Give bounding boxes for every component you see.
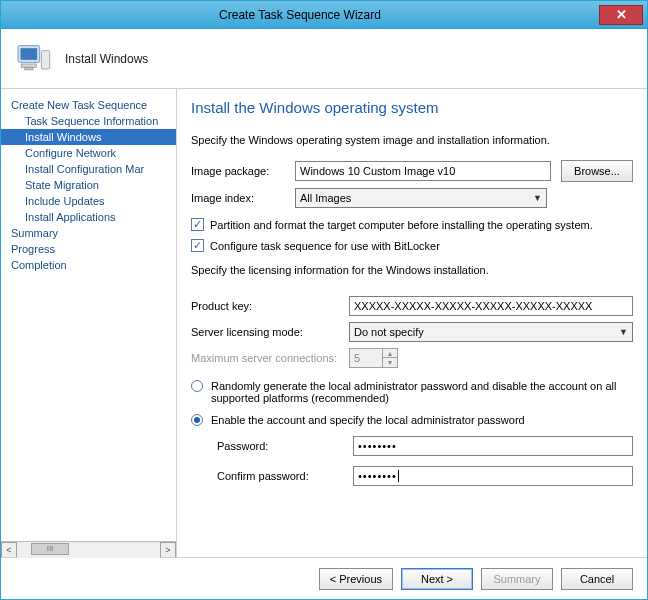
scroll-thumb[interactable]: III bbox=[31, 543, 69, 555]
random-radio[interactable] bbox=[191, 380, 203, 392]
radio-row-random: Randomly generate the local administrato… bbox=[191, 380, 633, 404]
max-conn-spinner: 5 ▲ ▼ bbox=[349, 348, 633, 368]
sidebar-scrollbar[interactable]: < III > bbox=[1, 541, 176, 557]
page-description: Specify the Windows operating system ima… bbox=[191, 134, 633, 146]
scroll-track[interactable]: III bbox=[17, 542, 160, 558]
nav-root[interactable]: Create New Task Sequence bbox=[1, 97, 176, 113]
next-button[interactable]: Next > bbox=[401, 568, 473, 590]
cancel-button[interactable]: Cancel bbox=[561, 568, 633, 590]
scroll-left-button[interactable]: < bbox=[1, 542, 17, 558]
licensing-grid: Product key: XXXXX-XXXXX-XXXXX-XXXXX-XXX… bbox=[191, 296, 633, 368]
admin-password-radios: Randomly generate the local administrato… bbox=[191, 376, 633, 486]
summary-button: Summary bbox=[481, 568, 553, 590]
password-grid: Password: •••••••• Confirm password: •••… bbox=[217, 436, 633, 486]
max-conn-value: 5 bbox=[349, 348, 383, 368]
image-index-label: Image index: bbox=[191, 192, 295, 204]
product-key-label: Product key: bbox=[191, 300, 341, 312]
wizard-footer: < Previous Next > Summary Cancel bbox=[1, 557, 647, 599]
spinner-down-icon: ▼ bbox=[383, 358, 397, 367]
server-mode-select[interactable]: Do not specify ▼ bbox=[349, 322, 633, 342]
radio-row-specify: Enable the account and specify the local… bbox=[191, 414, 633, 426]
partition-checkbox-label: Partition and format the target computer… bbox=[210, 219, 593, 231]
max-conn-label: Maximum server connections: bbox=[191, 352, 341, 364]
svg-rect-4 bbox=[25, 67, 33, 70]
specify-radio[interactable] bbox=[191, 414, 203, 426]
svg-rect-2 bbox=[41, 50, 49, 68]
image-package-value: Windows 10 Custom Image v10 bbox=[300, 165, 455, 177]
previous-button[interactable]: < Previous bbox=[319, 568, 393, 590]
spinner-up-icon: ▲ bbox=[383, 349, 397, 358]
content-pane: Install the Windows operating system Spe… bbox=[177, 89, 647, 557]
confirm-password-input[interactable]: •••••••• bbox=[353, 466, 633, 486]
window-title: Create Task Sequence Wizard bbox=[1, 8, 599, 22]
nav-item-summary[interactable]: Summary bbox=[1, 225, 176, 241]
password-value: •••••••• bbox=[358, 440, 397, 452]
row-image-index: Image index: All Images ▼ bbox=[191, 188, 633, 208]
nav-item-include-updates[interactable]: Include Updates bbox=[1, 193, 176, 209]
row-partition-checkbox: ✓ Partition and format the target comput… bbox=[191, 218, 633, 231]
titlebar: Create Task Sequence Wizard ✕ bbox=[1, 1, 647, 29]
spinner-buttons: ▲ ▼ bbox=[383, 348, 398, 368]
stage-title: Install Windows bbox=[65, 52, 148, 66]
computer-icon bbox=[11, 37, 55, 81]
confirm-password-value: •••••••• bbox=[358, 470, 397, 482]
server-mode-label: Server licensing mode: bbox=[191, 326, 341, 338]
bitlocker-checkbox-label: Configure task sequence for use with Bit… bbox=[210, 240, 440, 252]
wizard-window: Create Task Sequence Wizard ✕ Install Wi… bbox=[0, 0, 648, 600]
nav-item-completion[interactable]: Completion bbox=[1, 257, 176, 273]
nav-tree: Create New Task Sequence Task Sequence I… bbox=[1, 97, 176, 541]
nav-item-install-config-mgr[interactable]: Install Configuration Mar bbox=[1, 161, 176, 177]
page-title: Install the Windows operating system bbox=[191, 99, 633, 116]
partition-checkbox[interactable]: ✓ bbox=[191, 218, 204, 231]
wizard-header: Install Windows bbox=[1, 29, 647, 89]
text-cursor bbox=[398, 470, 399, 482]
close-button[interactable]: ✕ bbox=[599, 5, 643, 25]
nav-item-configure-network[interactable]: Configure Network bbox=[1, 145, 176, 161]
wizard-body: Create New Task Sequence Task Sequence I… bbox=[1, 89, 647, 557]
scroll-right-button[interactable]: > bbox=[160, 542, 176, 558]
image-index-select[interactable]: All Images ▼ bbox=[295, 188, 547, 208]
image-index-value: All Images bbox=[300, 192, 351, 204]
password-label: Password: bbox=[217, 440, 347, 452]
chevron-down-icon: ▼ bbox=[619, 327, 628, 337]
row-bitlocker-checkbox: ✓ Configure task sequence for use with B… bbox=[191, 239, 633, 252]
svg-rect-3 bbox=[21, 64, 36, 67]
confirm-password-label: Confirm password: bbox=[217, 470, 347, 482]
random-radio-label: Randomly generate the local administrato… bbox=[211, 380, 633, 404]
password-input[interactable]: •••••••• bbox=[353, 436, 633, 456]
chevron-down-icon: ▼ bbox=[533, 193, 542, 203]
image-package-input[interactable]: Windows 10 Custom Image v10 bbox=[295, 161, 551, 181]
sidebar: Create New Task Sequence Task Sequence I… bbox=[1, 89, 177, 557]
nav-item-progress[interactable]: Progress bbox=[1, 241, 176, 257]
product-key-input[interactable]: XXXXX-XXXXX-XXXXX-XXXXX-XXXXX-XXXXX bbox=[349, 296, 633, 316]
bitlocker-checkbox[interactable]: ✓ bbox=[191, 239, 204, 252]
nav-item-state-migration[interactable]: State Migration bbox=[1, 177, 176, 193]
nav-item-task-sequence-info[interactable]: Task Sequence Information bbox=[1, 113, 176, 129]
image-package-label: Image package: bbox=[191, 165, 295, 177]
svg-rect-1 bbox=[21, 48, 38, 60]
browse-button[interactable]: Browse... bbox=[561, 160, 633, 182]
product-key-value: XXXXX-XXXXX-XXXXX-XXXXX-XXXXX-XXXXX bbox=[354, 300, 592, 312]
licensing-description: Specify the licensing information for th… bbox=[191, 264, 633, 276]
server-mode-value: Do not specify bbox=[354, 326, 424, 338]
close-icon: ✕ bbox=[616, 7, 627, 22]
nav-item-install-windows[interactable]: Install Windows bbox=[1, 129, 176, 145]
nav-item-install-applications[interactable]: Install Applications bbox=[1, 209, 176, 225]
row-image-package: Image package: Windows 10 Custom Image v… bbox=[191, 160, 633, 182]
specify-radio-label: Enable the account and specify the local… bbox=[211, 414, 633, 426]
